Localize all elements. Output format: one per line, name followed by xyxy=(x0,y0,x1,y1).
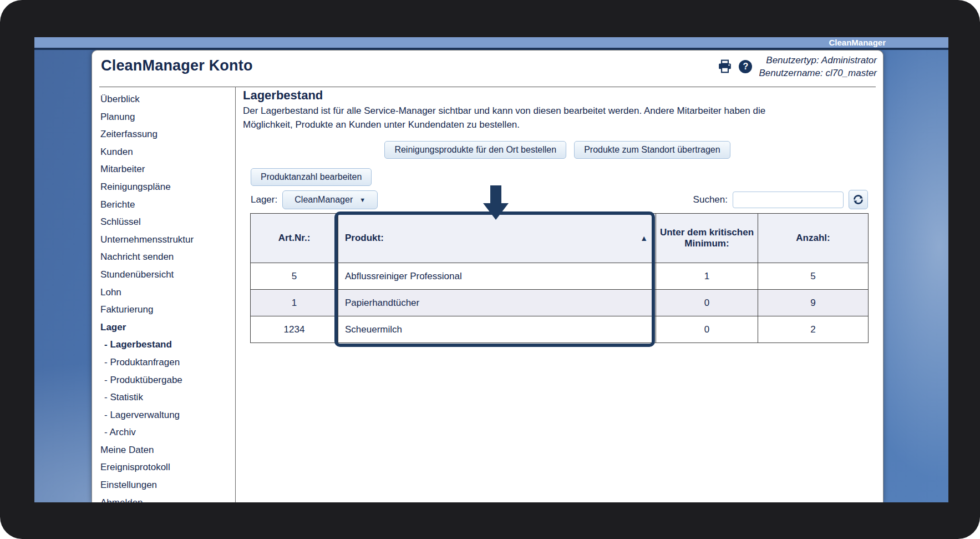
cell-produkt: Papierhandtücher xyxy=(338,290,656,316)
cell-anzahl: 9 xyxy=(758,290,869,316)
sidebar-item-mitarbeiter[interactable]: Mitarbeiter xyxy=(100,160,235,178)
print-icon[interactable] xyxy=(718,59,732,74)
col-header-produkt[interactable]: Produkt: ▲ xyxy=(338,214,656,263)
table-row[interactable]: 5 Abflussreiniger Professional 1 5 xyxy=(251,263,869,290)
help-icon[interactable]: ? xyxy=(738,59,753,74)
user-type-label: Benutzertyp: Administrator xyxy=(759,54,877,67)
cell-anzahl: 2 xyxy=(758,316,869,343)
brand-label: CleanManager xyxy=(829,37,948,48)
lager-label: Lager: xyxy=(251,194,277,205)
cell-artnr: 5 xyxy=(251,263,338,290)
sidebar-content-divider xyxy=(235,87,236,502)
search-label: Suchen: xyxy=(693,194,728,205)
chevron-down-icon: ▼ xyxy=(359,197,365,203)
sidebar-item-berichte[interactable]: Berichte xyxy=(100,196,235,214)
edit-product-count-button[interactable]: Produktanzahl bearbeiten xyxy=(251,168,372,186)
transfer-products-button[interactable]: Produkte zum Standort übertragen xyxy=(574,141,730,159)
sidebar-item-ueberblick[interactable]: Überblick xyxy=(100,90,235,108)
page-title: CleanManager Konto xyxy=(101,57,253,74)
sidebar-item-reinigungsplaene[interactable]: Reinigungspläne xyxy=(100,178,235,196)
col-header-anzahl[interactable]: Anzahl: xyxy=(758,214,869,263)
header-divider xyxy=(99,87,876,87)
app-panel: CleanManager Konto ? Benutzertyp: Admini… xyxy=(92,50,883,502)
col-header-produkt-label: Produkt: xyxy=(345,233,384,243)
cell-produkt: Abflussreiniger Professional xyxy=(338,263,656,290)
table-row[interactable]: 1 Papierhandtücher 0 9 xyxy=(251,290,869,316)
sidebar-item-lagerbestand[interactable]: - Lagerbestand xyxy=(100,336,235,354)
sidebar-item-stundenuebersicht[interactable]: Stundenübersicht xyxy=(100,266,235,284)
sidebar-item-einstellungen[interactable]: Einstellungen xyxy=(100,476,235,494)
table-header-row: Art.Nr.: Produkt: ▲ Unter dem kritischen… xyxy=(251,214,869,263)
sidebar-item-lagerverwaltung[interactable]: - Lagerverwaltung xyxy=(100,406,235,424)
cell-minimum: 0 xyxy=(656,290,758,316)
screen: CleanManager CleanManager Konto ? B xyxy=(0,0,980,539)
section-description: Der Lagerbestand ist für alle Service-Ma… xyxy=(243,104,778,132)
sidebar-item-lohn[interactable]: Lohn xyxy=(100,284,235,301)
sidebar-item-ereignisprotokoll[interactable]: Ereignisprotokoll xyxy=(100,459,235,476)
sidebar-item-meine-daten[interactable]: Meine Daten xyxy=(100,441,235,459)
sidebar-item-planung[interactable]: Planung xyxy=(100,108,235,126)
sidebar-item-abmelden[interactable]: Abmelden xyxy=(100,494,235,502)
search-group: Suchen: xyxy=(693,190,868,209)
sidebar-item-schluessel[interactable]: Schlüssel xyxy=(100,213,235,231)
section-title: Lagerbestand xyxy=(243,88,872,103)
sidebar-item-zeiterfassung[interactable]: Zeiterfassung xyxy=(100,125,235,143)
filter-row: Lager: CleanManager ▼ Suchen: xyxy=(251,190,868,209)
cell-minimum: 1 xyxy=(656,263,758,290)
sidebar-item-fakturierung[interactable]: Fakturierung xyxy=(100,301,235,319)
sidebar-item-kunden[interactable]: Kunden xyxy=(100,143,235,161)
user-info: Benutzertyp: Administrator Benutzername:… xyxy=(759,54,877,79)
edit-button-row: Produktanzahl bearbeiten xyxy=(251,168,872,186)
refresh-icon xyxy=(852,194,864,205)
col-header-artnr[interactable]: Art.Nr.: xyxy=(251,214,338,263)
sort-asc-icon: ▲ xyxy=(640,234,648,243)
lager-selected-value: CleanManager xyxy=(294,195,353,205)
sidebar-item-archiv[interactable]: - Archiv xyxy=(100,424,235,441)
lager-filter-group: Lager: CleanManager ▼ xyxy=(251,190,378,209)
inventory-table: Art.Nr.: Produkt: ▲ Unter dem kritischen… xyxy=(250,213,869,343)
browser-title-bar: CleanManager xyxy=(34,37,948,50)
header-right-block: ? Benutzertyp: Administrator Benutzernam… xyxy=(718,54,877,79)
sidebar-item-produktanfragen[interactable]: - Produktanfragen xyxy=(100,354,235,371)
col-header-kritisches-minimum[interactable]: Unter dem kritischen Minimum: xyxy=(656,214,758,263)
cell-produkt: Scheuermilch xyxy=(338,316,656,343)
main-content: Lagerbestand Der Lagerbestand ist für al… xyxy=(243,88,872,343)
desktop-background: CleanManager CleanManager Konto ? B xyxy=(34,37,948,502)
order-products-button[interactable]: Reinigungsprodukte für den Ort bestellen xyxy=(384,141,566,159)
sidebar-item-produktuebergabe[interactable]: - Produktübergabe xyxy=(100,371,235,389)
table-row[interactable]: 1234 Scheuermilch 0 2 xyxy=(251,316,869,343)
cell-anzahl: 5 xyxy=(758,263,869,290)
inventory-table-wrap: Art.Nr.: Produkt: ▲ Unter dem kritischen… xyxy=(250,213,868,343)
top-button-row: Reinigungsprodukte für den Ort bestellen… xyxy=(243,141,872,159)
cell-artnr: 1234 xyxy=(251,316,338,343)
sidebar-item-unternehmensstruktur[interactable]: Unternehmensstruktur xyxy=(100,231,235,249)
sidebar-nav: Überblick Planung Zeiterfassung Kunden M… xyxy=(100,90,235,502)
user-name-label: Benutzername: cl70_master xyxy=(759,67,877,79)
refresh-button[interactable] xyxy=(849,190,868,209)
lager-select[interactable]: CleanManager ▼ xyxy=(282,190,378,209)
search-input[interactable] xyxy=(733,192,844,208)
sidebar-item-lager[interactable]: Lager xyxy=(100,319,235,336)
cell-minimum: 0 xyxy=(656,316,758,343)
cell-artnr: 1 xyxy=(251,290,338,316)
sidebar-item-statistik[interactable]: - Statistik xyxy=(100,389,235,406)
sidebar-item-nachricht-senden[interactable]: Nachricht senden xyxy=(100,248,235,266)
